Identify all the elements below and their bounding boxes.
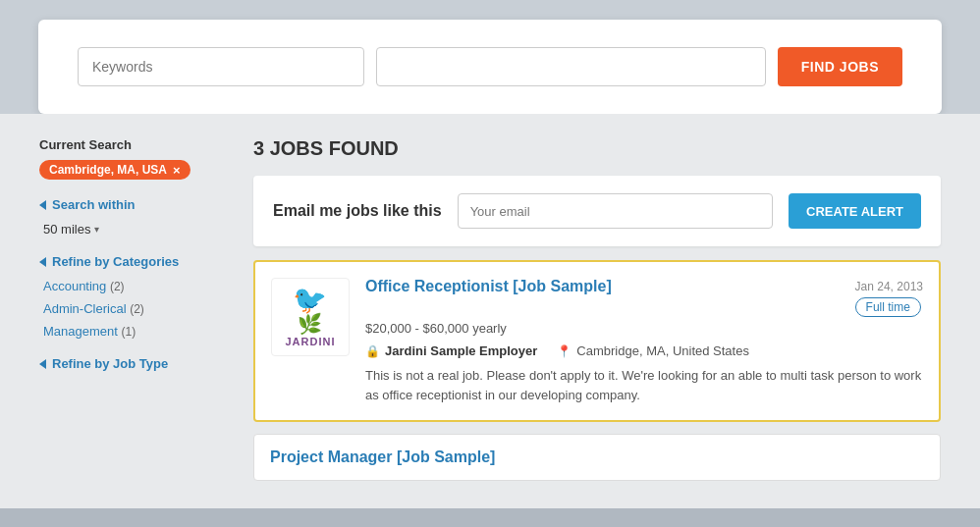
create-alert-button[interactable]: CREATE ALERT — [789, 193, 921, 229]
category-accounting[interactable]: Accounting (2) — [39, 279, 226, 293]
category-name: Management — [43, 324, 118, 339]
triangle-icon-2 — [39, 257, 46, 267]
refine-job-type-label: Refine by Job Type — [52, 356, 168, 371]
tag-text: Cambridge, MA, USA — [49, 163, 167, 177]
jobs-found-heading: 3 JOBS FOUND — [253, 137, 941, 160]
job-title[interactable]: Office Receptionist [Job Sample] — [365, 278, 612, 295]
lock-icon: 🔒 — [365, 344, 380, 358]
job-logo: 🐦 🌿 JARDINI — [271, 278, 350, 356]
location-tag[interactable]: Cambridge, MA, USA × — [39, 160, 191, 180]
job-salary: $20,000 - $60,000 yearly — [365, 321, 923, 336]
current-search-label: Current Search — [39, 137, 226, 152]
job-info: Office Receptionist [Job Sample] Jan 24,… — [365, 278, 923, 404]
tag-close-icon[interactable]: × — [173, 164, 181, 177]
job-card-1: 🐦 🌿 JARDINI Office Receptionist [Job Sam… — [253, 260, 941, 422]
employer-name: Jardini Sample Employer — [385, 343, 537, 358]
bird-icon: 🐦 — [285, 287, 335, 314]
category-name: Accounting — [43, 279, 106, 293]
chevron-down-icon: ▾ — [94, 224, 99, 235]
leaves-icon: 🌿 — [285, 314, 335, 334]
email-alert-card: Email me jobs like this CREATE ALERT — [253, 176, 941, 246]
refine-categories-label: Refine by Categories — [52, 254, 179, 269]
triangle-icon-3 — [39, 359, 46, 369]
job-date: Jan 24, 2013 — [855, 280, 923, 293]
email-me-label: Email me jobs like this — [273, 202, 442, 220]
location-icon: 📍 — [557, 344, 572, 358]
miles-value: 50 miles — [43, 222, 90, 237]
search-within-label: Search within — [52, 197, 136, 212]
logo-text: JARDINI — [285, 336, 335, 347]
keywords-input[interactable] — [78, 47, 364, 86]
search-within-section[interactable]: Search within — [39, 197, 226, 212]
sidebar: Current Search Cambridge, MA, USA × Sear… — [39, 137, 226, 485]
find-jobs-button[interactable]: FIND JOBS — [778, 47, 902, 86]
content-area: 3 JOBS FOUND Email me jobs like this CRE… — [253, 137, 941, 485]
category-count: (2) — [130, 302, 144, 316]
category-name: Admin-Clerical — [43, 301, 127, 316]
job-card-2: Project Manager [Job Sample] — [253, 434, 941, 481]
category-count: (1) — [122, 325, 136, 339]
job-type-badge: Full time — [855, 297, 921, 317]
category-admin-clerical[interactable]: Admin-Clerical (2) — [39, 301, 226, 316]
triangle-icon — [39, 200, 46, 210]
email-alert-input[interactable] — [458, 193, 773, 229]
category-count: (2) — [110, 280, 125, 293]
refine-job-type-section[interactable]: Refine by Job Type — [39, 356, 226, 371]
category-management[interactable]: Management (1) — [39, 324, 226, 339]
location-input[interactable]: Cambridge, MA, USA — [376, 47, 766, 86]
job-title-2[interactable]: Project Manager [Job Sample] — [270, 448, 495, 465]
search-within-value[interactable]: 50 miles ▾ — [39, 222, 226, 237]
job-employer: 🔒 Jardini Sample Employer — [365, 343, 537, 358]
job-description: This is not a real job. Please don't app… — [365, 366, 923, 404]
job-location: 📍 Cambridge, MA, United States — [557, 343, 749, 358]
location-text: Cambridge, MA, United States — [576, 343, 749, 358]
job-meta: 🔒 Jardini Sample Employer 📍 Cambridge, M… — [365, 343, 923, 358]
refine-categories-section[interactable]: Refine by Categories — [39, 254, 226, 269]
category-list: Accounting (2) Admin-Clerical (2) Manage… — [39, 279, 226, 339]
